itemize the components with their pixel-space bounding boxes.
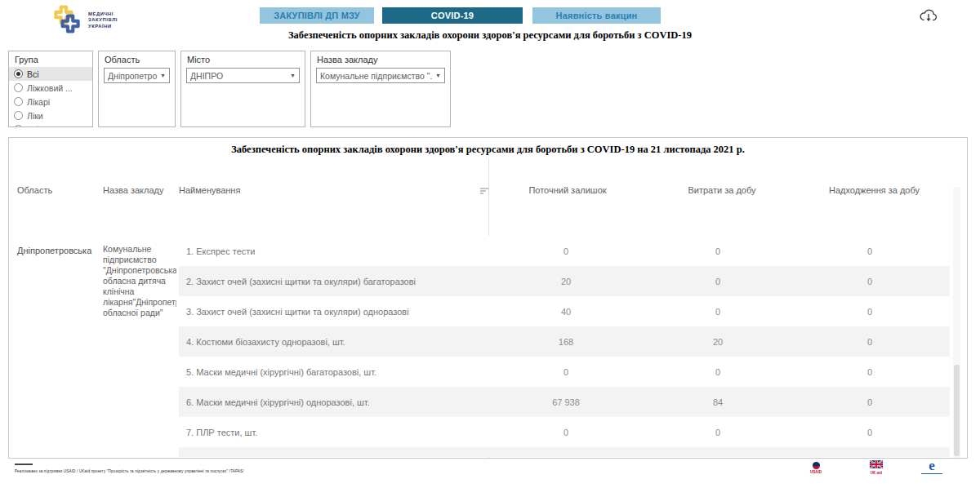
partial-next-row bbox=[179, 447, 950, 457]
filter-facility: Назва закладу Комунальне підприємство ".… bbox=[310, 51, 451, 127]
filter-group-label: Група bbox=[15, 55, 92, 64]
region-dropdown[interactable]: Дніпропетро... ▼ bbox=[104, 68, 170, 83]
spent-cell: 84 bbox=[642, 397, 794, 407]
radio-icon bbox=[14, 69, 23, 78]
filter-region: Область Дніпропетро... ▼ bbox=[98, 51, 176, 127]
radio-icon bbox=[14, 125, 23, 127]
item-name-cell: 7. ПЛР тести, шт. bbox=[179, 428, 490, 437]
filter-group: Група Всі Ліжковий ... Лікарі Ліки Облад… bbox=[8, 51, 93, 127]
stock-cell: 0 bbox=[490, 428, 642, 437]
received-cell: 0 bbox=[794, 367, 946, 377]
stock-cell: 67 938 bbox=[490, 397, 642, 407]
group-radio-option[interactable]: Ліжковий ... bbox=[9, 81, 92, 95]
tab-covid19[interactable]: COVID-19 bbox=[382, 7, 523, 24]
covid-resources-table: Забезпеченість опорних закладів охорони … bbox=[8, 137, 968, 459]
stock-cell: 0 bbox=[490, 367, 642, 377]
received-cell: 0 bbox=[794, 246, 946, 256]
stock-cell: 20 bbox=[490, 277, 642, 286]
item-name-cell: 6. Маски медичні (хірургічні) одноразові… bbox=[179, 397, 490, 407]
item-name-cell: 3. Захист очей (захисні щитки та окуляри… bbox=[179, 307, 490, 317]
city-dropdown-value: ДНІПРО bbox=[190, 71, 287, 81]
received-cell: 0 bbox=[794, 307, 946, 317]
region-cell: Дніпропетровська bbox=[17, 246, 99, 255]
usaid-emblem-icon bbox=[813, 462, 820, 469]
group-radio-list: Всі Ліжковий ... Лікарі Ліки Обладнан... bbox=[9, 67, 92, 127]
received-cell: 0 bbox=[794, 277, 946, 286]
sort-icon[interactable] bbox=[479, 187, 489, 197]
group-radio-option[interactable]: Обладнан... bbox=[9, 122, 92, 127]
radio-option-label: Обладнан... bbox=[27, 125, 74, 128]
page-title: Забезпеченість опорних закладів охорони … bbox=[0, 29, 980, 42]
radio-option-label: Всі bbox=[27, 69, 39, 79]
app-logo-text: МЕДИЧНІ ЗАКУПІВЛІ УКРАЇНИ bbox=[88, 11, 118, 30]
group-radio-option[interactable]: Всі bbox=[9, 67, 92, 81]
facility-dropdown-value: Комунальне підприємство "... bbox=[320, 71, 433, 81]
tab-zakupivli-mzu[interactable]: ЗАКУПІВЛІ ДП МЗУ bbox=[260, 7, 374, 24]
filter-region-label: Область bbox=[105, 55, 175, 64]
item-name-cell: 1. Експрес тести bbox=[179, 246, 490, 256]
facility-dropdown[interactable]: Комунальне підприємство "... ▼ bbox=[316, 68, 445, 83]
table-row: 7. ПЛР тести, шт. 0 0 0 bbox=[179, 417, 950, 447]
filter-facility-label: Назва закладу bbox=[317, 55, 450, 64]
region-dropdown-value: Дніпропетро... bbox=[108, 71, 158, 81]
item-name-cell: 5. Маски медичні (хірургічні) багаторазо… bbox=[179, 367, 490, 377]
group-radio-option[interactable]: Ліки bbox=[9, 109, 92, 122]
chevron-down-icon: ▼ bbox=[290, 73, 296, 78]
table-row: 6. Маски медичні (хірургічні) одноразові… bbox=[179, 387, 950, 417]
usaid-logo: USAID bbox=[805, 462, 826, 474]
scrollbar-thumb[interactable] bbox=[954, 365, 960, 456]
tab-vaccines[interactable]: Наявність вакцин bbox=[532, 7, 661, 24]
stock-cell: 168 bbox=[490, 337, 642, 347]
received-cell: 0 bbox=[794, 337, 946, 347]
col-header-region: Область bbox=[17, 185, 99, 202]
col-header-stock: Поточний залишок bbox=[490, 185, 645, 202]
col-header-facility: Назва закладу bbox=[103, 185, 180, 202]
item-name-cell: 4. Костюми біозахисту одноразові, шт. bbox=[179, 337, 490, 347]
spent-cell: 0 bbox=[642, 277, 794, 286]
footer-note: Реалізовано за підтримки USAID / UKaid п… bbox=[15, 469, 358, 473]
stock-cell: 0 bbox=[490, 246, 642, 256]
table-title: Забезпеченість опорних закладів охорони … bbox=[9, 144, 967, 156]
table-rows: 1. Експрес тести 0 0 0 2. Захист очей (з… bbox=[179, 236, 950, 457]
chevron-down-icon: ▼ bbox=[435, 73, 441, 78]
edata-underline bbox=[921, 473, 942, 474]
table-row: 4. Костюми біозахисту одноразові, шт. 16… bbox=[179, 326, 950, 357]
radio-icon bbox=[14, 111, 23, 120]
spent-cell: 0 bbox=[642, 307, 794, 317]
filter-city: Місто ДНІПРО ▼ bbox=[180, 51, 305, 127]
radio-option-label: Ліки bbox=[27, 111, 43, 121]
chevron-down-icon: ▼ bbox=[160, 73, 166, 78]
radio-option-label: Лікарі bbox=[27, 97, 50, 107]
table-row: 1. Експрес тести 0 0 0 bbox=[179, 236, 950, 266]
spent-cell: 0 bbox=[642, 428, 794, 437]
spent-cell: 0 bbox=[642, 367, 794, 377]
footer-divider bbox=[15, 464, 33, 465]
col-header-item: Найменування bbox=[179, 185, 342, 202]
received-cell: 0 bbox=[794, 397, 946, 407]
edata-e-icon: e bbox=[920, 459, 944, 472]
col-header-received: Надходження за добу bbox=[799, 185, 950, 202]
table-row: 5. Маски медичні (хірургічні) багаторазо… bbox=[179, 357, 950, 387]
facility-cell: Комунальне підприємство "Дніпропетровськ… bbox=[103, 244, 176, 342]
received-cell: 0 bbox=[794, 428, 946, 437]
uk-flag-icon bbox=[870, 460, 883, 470]
item-name-cell: 2. Захист очей (захисні щитки та окуляри… bbox=[179, 277, 490, 286]
radio-icon bbox=[14, 83, 23, 92]
spent-cell: 0 bbox=[642, 246, 794, 256]
table-row: 3. Захист очей (захисні щитки та окуляри… bbox=[179, 296, 950, 326]
cloud-download-icon[interactable] bbox=[918, 7, 939, 25]
radio-option-label: Ліжковий ... bbox=[27, 83, 73, 93]
group-radio-option[interactable]: Лікарі bbox=[9, 95, 92, 109]
vertical-scrollbar[interactable] bbox=[953, 187, 960, 458]
stock-cell: 40 bbox=[490, 307, 642, 317]
filter-city-label: Місто bbox=[187, 55, 305, 64]
spent-cell: 20 bbox=[642, 337, 794, 347]
edata-logo: e bbox=[920, 459, 944, 474]
col-header-spent: Витрати за добу bbox=[645, 185, 799, 202]
table-row: 2. Захист очей (захисні щитки та окуляри… bbox=[179, 266, 950, 296]
ukaid-logo: UK aid bbox=[866, 460, 887, 475]
radio-icon bbox=[14, 97, 23, 106]
city-dropdown[interactable]: ДНІПРО ▼ bbox=[186, 68, 300, 83]
